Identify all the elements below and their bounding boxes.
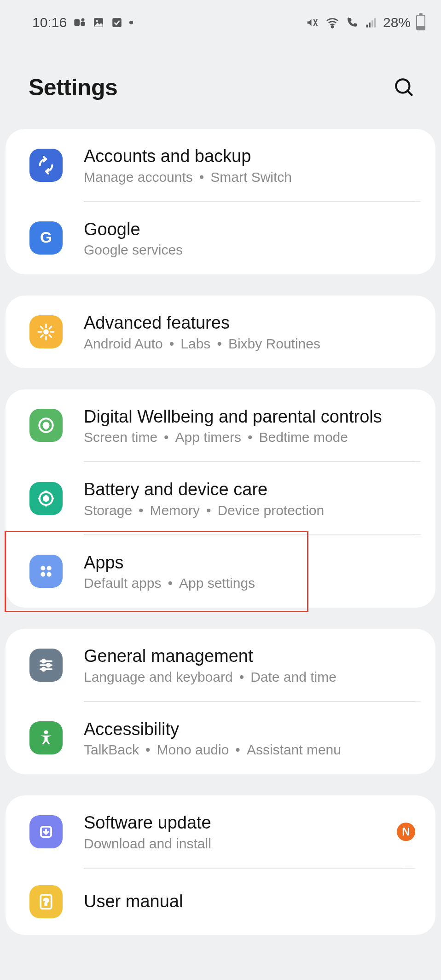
status-bar: 10:16 28% xyxy=(0,0,441,37)
signal-icon xyxy=(365,16,377,29)
svg-point-22 xyxy=(41,572,45,577)
svg-point-29 xyxy=(42,667,45,671)
update-badge: N xyxy=(397,823,415,841)
row-title: Apps xyxy=(84,552,415,574)
settings-row-apps[interactable]: AppsDefault apps•App settings xyxy=(6,535,435,608)
settings-row-general[interactable]: General managementLanguage and keyboard•… xyxy=(6,629,435,702)
svg-rect-9 xyxy=(366,25,368,28)
google-icon: G xyxy=(29,221,63,255)
settings-group: Software updateDownload and installN?Use… xyxy=(6,795,435,935)
svg-rect-5 xyxy=(112,18,122,27)
row-title: Accessibility xyxy=(84,719,415,741)
svg-rect-11 xyxy=(371,20,373,27)
row-title: Accounts and backup xyxy=(84,145,415,168)
svg-text:G: G xyxy=(40,229,52,246)
settings-row-advanced[interactable]: Advanced featuresAndroid Auto•Labs•Bixby… xyxy=(6,296,435,368)
battery-percent: 28% xyxy=(383,15,411,30)
settings-row-google[interactable]: GGoogleGoogle services xyxy=(6,202,435,275)
page-header: Settings xyxy=(0,37,441,129)
svg-point-8 xyxy=(331,26,333,28)
accounts-icon xyxy=(29,149,63,182)
settings-group: Digital Wellbeing and parental controlsS… xyxy=(6,389,435,608)
wifi-calling-icon xyxy=(345,16,359,29)
apps-icon xyxy=(29,555,63,588)
general-icon xyxy=(29,649,63,682)
settings-group: Advanced featuresAndroid Auto•Labs•Bixby… xyxy=(6,296,435,368)
row-subtitle: Manage accounts•Smart Switch xyxy=(84,169,415,185)
row-subtitle: Google services xyxy=(84,242,415,258)
wellbeing-icon xyxy=(29,409,63,442)
row-subtitle: Android Auto•Labs•Bixby Routines xyxy=(84,336,415,352)
row-title: Google xyxy=(84,219,415,241)
svg-point-19 xyxy=(44,496,49,501)
image-icon xyxy=(93,17,104,29)
row-subtitle: Language and keyboard•Date and time xyxy=(84,669,415,685)
svg-point-20 xyxy=(41,566,45,571)
settings-row-manual[interactable]: ?User manual xyxy=(6,869,435,935)
settings-group: Accounts and backupManage accounts•Smart… xyxy=(6,129,435,274)
svg-point-13 xyxy=(396,79,409,93)
svg-point-30 xyxy=(44,731,48,735)
row-title: Battery and device care xyxy=(84,479,415,501)
settings-row-battery[interactable]: Battery and device careStorage•Memory•De… xyxy=(6,462,435,535)
svg-point-16 xyxy=(43,329,49,335)
svg-point-27 xyxy=(47,663,50,667)
settings-row-wellbeing[interactable]: Digital Wellbeing and parental controlsS… xyxy=(6,389,435,462)
page-title: Settings xyxy=(29,74,117,101)
settings-row-update[interactable]: Software updateDownload and installN xyxy=(6,795,435,868)
svg-point-4 xyxy=(96,20,98,22)
row-title: General management xyxy=(84,645,415,667)
wifi-icon xyxy=(325,15,340,30)
check-icon xyxy=(111,17,123,29)
search-icon xyxy=(393,76,416,99)
status-time: 10:16 xyxy=(32,15,67,30)
row-subtitle: Screen time•App timers•Bedtime mode xyxy=(84,429,415,445)
a11y-icon xyxy=(29,721,63,754)
teams-icon xyxy=(73,16,86,29)
row-title: Advanced features xyxy=(84,312,415,334)
svg-rect-12 xyxy=(374,18,376,28)
settings-row-a11y[interactable]: AccessibilityTalkBack•Mono audio•Assista… xyxy=(6,702,435,775)
row-title: Digital Wellbeing and parental controls xyxy=(84,406,415,428)
row-subtitle: Default apps•App settings xyxy=(84,575,415,591)
svg-rect-2 xyxy=(81,22,85,26)
svg-point-25 xyxy=(42,660,45,663)
svg-point-1 xyxy=(81,18,85,22)
svg-line-14 xyxy=(407,91,412,95)
more-notifications-dot xyxy=(129,21,133,24)
update-icon xyxy=(29,815,63,848)
advanced-icon xyxy=(29,315,63,348)
vibrate-mute-icon xyxy=(306,16,319,29)
svg-point-23 xyxy=(47,572,52,577)
battery-icon xyxy=(29,482,63,515)
row-subtitle: TalkBack•Mono audio•Assistant menu xyxy=(84,742,415,758)
settings-row-accounts[interactable]: Accounts and backupManage accounts•Smart… xyxy=(6,129,435,202)
svg-text:?: ? xyxy=(43,896,49,906)
settings-group: General managementLanguage and keyboard•… xyxy=(6,629,435,774)
row-title: User manual xyxy=(84,891,415,913)
svg-point-21 xyxy=(47,566,52,571)
manual-icon: ? xyxy=(29,885,63,918)
search-button[interactable] xyxy=(390,74,418,101)
row-title: Software update xyxy=(84,812,397,834)
svg-rect-0 xyxy=(74,19,80,26)
svg-rect-10 xyxy=(369,23,371,28)
row-subtitle: Download and install xyxy=(84,836,397,852)
battery-icon xyxy=(416,15,425,30)
row-subtitle: Storage•Memory•Device protection xyxy=(84,503,415,518)
